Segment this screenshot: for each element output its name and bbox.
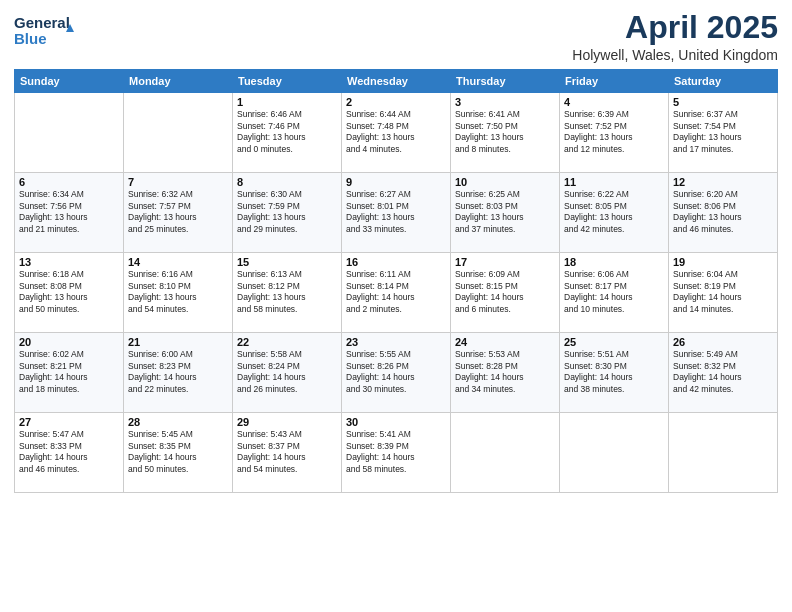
day-number: 9 (346, 176, 446, 188)
day-number: 26 (673, 336, 773, 348)
day-info: Sunrise: 6:20 AM Sunset: 8:06 PM Dayligh… (673, 189, 773, 235)
calendar-cell-w4-d5: 24Sunrise: 5:53 AM Sunset: 8:28 PM Dayli… (451, 333, 560, 413)
calendar-cell-w4-d1: 20Sunrise: 6:02 AM Sunset: 8:21 PM Dayli… (15, 333, 124, 413)
day-number: 25 (564, 336, 664, 348)
day-info: Sunrise: 6:22 AM Sunset: 8:05 PM Dayligh… (564, 189, 664, 235)
calendar-cell-w5-d3: 29Sunrise: 5:43 AM Sunset: 8:37 PM Dayli… (233, 413, 342, 493)
day-number: 1 (237, 96, 337, 108)
month-title: April 2025 (572, 10, 778, 45)
calendar-cell-w3-d6: 18Sunrise: 6:06 AM Sunset: 8:17 PM Dayli… (560, 253, 669, 333)
day-info: Sunrise: 6:34 AM Sunset: 7:56 PM Dayligh… (19, 189, 119, 235)
calendar-cell-w4-d3: 22Sunrise: 5:58 AM Sunset: 8:24 PM Dayli… (233, 333, 342, 413)
day-number: 19 (673, 256, 773, 268)
week-row-2: 6Sunrise: 6:34 AM Sunset: 7:56 PM Daylig… (15, 173, 778, 253)
day-info: Sunrise: 6:13 AM Sunset: 8:12 PM Dayligh… (237, 269, 337, 315)
calendar-cell-w5-d6 (560, 413, 669, 493)
calendar-cell-w1-d3: 1Sunrise: 6:46 AM Sunset: 7:46 PM Daylig… (233, 93, 342, 173)
day-info: Sunrise: 5:51 AM Sunset: 8:30 PM Dayligh… (564, 349, 664, 395)
calendar-cell-w2-d2: 7Sunrise: 6:32 AM Sunset: 7:57 PM Daylig… (124, 173, 233, 253)
calendar-cell-w1-d7: 5Sunrise: 6:37 AM Sunset: 7:54 PM Daylig… (669, 93, 778, 173)
calendar-cell-w2-d7: 12Sunrise: 6:20 AM Sunset: 8:06 PM Dayli… (669, 173, 778, 253)
day-number: 23 (346, 336, 446, 348)
calendar-cell-w2-d3: 8Sunrise: 6:30 AM Sunset: 7:59 PM Daylig… (233, 173, 342, 253)
week-row-3: 13Sunrise: 6:18 AM Sunset: 8:08 PM Dayli… (15, 253, 778, 333)
calendar-cell-w1-d5: 3Sunrise: 6:41 AM Sunset: 7:50 PM Daylig… (451, 93, 560, 173)
day-number: 7 (128, 176, 228, 188)
week-row-4: 20Sunrise: 6:02 AM Sunset: 8:21 PM Dayli… (15, 333, 778, 413)
calendar-cell-w5-d4: 30Sunrise: 5:41 AM Sunset: 8:39 PM Dayli… (342, 413, 451, 493)
day-info: Sunrise: 5:58 AM Sunset: 8:24 PM Dayligh… (237, 349, 337, 395)
calendar-table: Sunday Monday Tuesday Wednesday Thursday… (14, 69, 778, 493)
col-sunday: Sunday (15, 70, 124, 93)
calendar-cell-w3-d7: 19Sunrise: 6:04 AM Sunset: 8:19 PM Dayli… (669, 253, 778, 333)
day-number: 14 (128, 256, 228, 268)
day-number: 24 (455, 336, 555, 348)
col-tuesday: Tuesday (233, 70, 342, 93)
calendar-cell-w3-d3: 15Sunrise: 6:13 AM Sunset: 8:12 PM Dayli… (233, 253, 342, 333)
col-wednesday: Wednesday (342, 70, 451, 93)
day-info: Sunrise: 5:47 AM Sunset: 8:33 PM Dayligh… (19, 429, 119, 475)
day-info: Sunrise: 6:25 AM Sunset: 8:03 PM Dayligh… (455, 189, 555, 235)
title-block: April 2025 Holywell, Wales, United Kingd… (572, 10, 778, 63)
calendar-header-row: Sunday Monday Tuesday Wednesday Thursday… (15, 70, 778, 93)
calendar-cell-w4-d6: 25Sunrise: 5:51 AM Sunset: 8:30 PM Dayli… (560, 333, 669, 413)
calendar-cell-w1-d2 (124, 93, 233, 173)
day-number: 2 (346, 96, 446, 108)
day-number: 10 (455, 176, 555, 188)
logo-svg: General Blue (14, 10, 74, 50)
svg-text:Blue: Blue (14, 30, 47, 47)
calendar-cell-w4-d4: 23Sunrise: 5:55 AM Sunset: 8:26 PM Dayli… (342, 333, 451, 413)
day-number: 20 (19, 336, 119, 348)
calendar-cell-w1-d1 (15, 93, 124, 173)
day-info: Sunrise: 6:02 AM Sunset: 8:21 PM Dayligh… (19, 349, 119, 395)
day-number: 3 (455, 96, 555, 108)
day-number: 11 (564, 176, 664, 188)
day-number: 18 (564, 256, 664, 268)
col-friday: Friday (560, 70, 669, 93)
day-info: Sunrise: 5:43 AM Sunset: 8:37 PM Dayligh… (237, 429, 337, 475)
calendar-cell-w1-d6: 4Sunrise: 6:39 AM Sunset: 7:52 PM Daylig… (560, 93, 669, 173)
col-saturday: Saturday (669, 70, 778, 93)
day-info: Sunrise: 5:45 AM Sunset: 8:35 PM Dayligh… (128, 429, 228, 475)
calendar-cell-w3-d2: 14Sunrise: 6:16 AM Sunset: 8:10 PM Dayli… (124, 253, 233, 333)
day-info: Sunrise: 5:55 AM Sunset: 8:26 PM Dayligh… (346, 349, 446, 395)
day-info: Sunrise: 6:00 AM Sunset: 8:23 PM Dayligh… (128, 349, 228, 395)
day-number: 5 (673, 96, 773, 108)
day-info: Sunrise: 6:39 AM Sunset: 7:52 PM Dayligh… (564, 109, 664, 155)
calendar-cell-w4-d7: 26Sunrise: 5:49 AM Sunset: 8:32 PM Dayli… (669, 333, 778, 413)
calendar-cell-w3-d5: 17Sunrise: 6:09 AM Sunset: 8:15 PM Dayli… (451, 253, 560, 333)
logo: General Blue (14, 10, 74, 50)
day-info: Sunrise: 6:46 AM Sunset: 7:46 PM Dayligh… (237, 109, 337, 155)
day-info: Sunrise: 6:44 AM Sunset: 7:48 PM Dayligh… (346, 109, 446, 155)
day-info: Sunrise: 5:41 AM Sunset: 8:39 PM Dayligh… (346, 429, 446, 475)
day-number: 28 (128, 416, 228, 428)
calendar-cell-w5-d2: 28Sunrise: 5:45 AM Sunset: 8:35 PM Dayli… (124, 413, 233, 493)
day-number: 8 (237, 176, 337, 188)
day-number: 30 (346, 416, 446, 428)
day-info: Sunrise: 6:09 AM Sunset: 8:15 PM Dayligh… (455, 269, 555, 315)
header: General Blue April 2025 Holywell, Wales,… (14, 10, 778, 63)
day-number: 22 (237, 336, 337, 348)
day-info: Sunrise: 5:53 AM Sunset: 8:28 PM Dayligh… (455, 349, 555, 395)
week-row-5: 27Sunrise: 5:47 AM Sunset: 8:33 PM Dayli… (15, 413, 778, 493)
calendar-cell-w2-d5: 10Sunrise: 6:25 AM Sunset: 8:03 PM Dayli… (451, 173, 560, 253)
location-title: Holywell, Wales, United Kingdom (572, 47, 778, 63)
calendar-cell-w1-d4: 2Sunrise: 6:44 AM Sunset: 7:48 PM Daylig… (342, 93, 451, 173)
week-row-1: 1Sunrise: 6:46 AM Sunset: 7:46 PM Daylig… (15, 93, 778, 173)
page: General Blue April 2025 Holywell, Wales,… (0, 0, 792, 612)
calendar-cell-w4-d2: 21Sunrise: 6:00 AM Sunset: 8:23 PM Dayli… (124, 333, 233, 413)
day-info: Sunrise: 5:49 AM Sunset: 8:32 PM Dayligh… (673, 349, 773, 395)
day-info: Sunrise: 6:27 AM Sunset: 8:01 PM Dayligh… (346, 189, 446, 235)
calendar-cell-w5-d7 (669, 413, 778, 493)
day-info: Sunrise: 6:04 AM Sunset: 8:19 PM Dayligh… (673, 269, 773, 315)
day-number: 16 (346, 256, 446, 268)
calendar-cell-w3-d4: 16Sunrise: 6:11 AM Sunset: 8:14 PM Dayli… (342, 253, 451, 333)
day-number: 13 (19, 256, 119, 268)
day-number: 29 (237, 416, 337, 428)
day-info: Sunrise: 6:06 AM Sunset: 8:17 PM Dayligh… (564, 269, 664, 315)
day-number: 15 (237, 256, 337, 268)
day-info: Sunrise: 6:16 AM Sunset: 8:10 PM Dayligh… (128, 269, 228, 315)
day-info: Sunrise: 6:18 AM Sunset: 8:08 PM Dayligh… (19, 269, 119, 315)
calendar-cell-w2-d1: 6Sunrise: 6:34 AM Sunset: 7:56 PM Daylig… (15, 173, 124, 253)
day-number: 12 (673, 176, 773, 188)
